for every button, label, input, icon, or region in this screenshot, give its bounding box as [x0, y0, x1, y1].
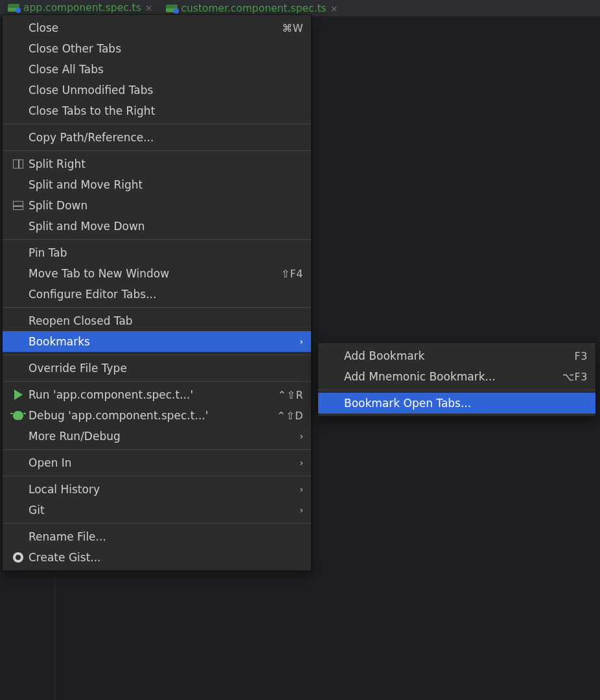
menu-item-label: Reopen Closed Tab — [29, 314, 303, 327]
menu-item-split-move-down[interactable]: Split and Move Down — [3, 216, 311, 237]
tab-label: customer.component.spec.ts — [181, 3, 327, 14]
menu-item-shortcut: ⌘W — [282, 22, 303, 34]
menu-item-shortcut: ⌥F3 — [562, 371, 588, 383]
close-icon[interactable]: × — [330, 4, 338, 13]
tab-context-menu[interactable]: Close⌘WClose Other TabsClose All TabsClo… — [2, 14, 312, 571]
run-icon — [14, 390, 23, 400]
menu-item-label: Local History — [29, 483, 299, 496]
menu-item-label: Copy Path/Reference... — [29, 131, 303, 144]
menu-item-close-all[interactable]: Close All Tabs — [3, 59, 311, 80]
chevron-right-icon: › — [299, 505, 303, 515]
menu-item-label: Split and Move Right — [29, 178, 303, 191]
menu-separator — [3, 150, 311, 151]
menu-separator — [3, 307, 311, 308]
chevron-right-icon: › — [299, 336, 303, 347]
menu-item-label: Add Mnemonic Bookmark... — [344, 370, 562, 383]
menu-item-label: Close Tabs to the Right — [29, 104, 303, 117]
bookmarks-submenu[interactable]: Add BookmarkF3Add Mnemonic Bookmark...⌥F… — [317, 342, 596, 417]
menu-separator — [3, 124, 311, 124]
submenu-item-add-mnemonic[interactable]: Add Mnemonic Bookmark...⌥F3 — [318, 366, 595, 387]
menu-item-split-move-right[interactable]: Split and Move Right — [3, 174, 311, 195]
menu-item-label: Bookmarks — [29, 335, 299, 348]
chevron-right-icon: › — [299, 484, 303, 495]
menu-item-label: Debug 'app.component.spec.t...' — [29, 409, 277, 422]
menu-separator — [3, 476, 311, 476]
menu-item-shortcut: ⌃⇧R — [278, 389, 303, 401]
split-down-icon — [13, 201, 23, 210]
menu-item-label: Bookmark Open Tabs... — [344, 397, 588, 410]
submenu-item-add-bookmark[interactable]: Add BookmarkF3 — [318, 345, 595, 366]
menu-item-label: Split Down — [29, 199, 303, 212]
menu-item-close-right[interactable]: Close Tabs to the Right — [3, 100, 311, 121]
menu-item-configure-tabs[interactable]: Configure Editor Tabs... — [3, 284, 311, 305]
menu-item-reopen[interactable]: Reopen Closed Tab — [3, 310, 311, 331]
menu-item-shortcut: ⌃⇧D — [277, 410, 303, 422]
menu-item-move-new-window[interactable]: Move Tab to New Window⇧F4 — [3, 263, 311, 284]
chevron-right-icon: › — [299, 431, 303, 441]
menu-item-split-right[interactable]: Split Right — [3, 154, 311, 174]
menu-item-pin[interactable]: Pin Tab — [3, 242, 311, 263]
close-icon[interactable]: × — [145, 3, 153, 12]
menu-item-label: Override File Type — [29, 362, 303, 375]
menu-item-label: More Run/Debug — [29, 430, 299, 443]
menu-item-split-down[interactable]: Split Down — [3, 195, 311, 216]
menu-item-label: Add Bookmark — [344, 349, 575, 362]
menu-item-bookmarks[interactable]: Bookmarks› — [3, 331, 311, 352]
menu-item-label: Close Other Tabs — [29, 42, 303, 55]
menu-item-label: Close Unmodified Tabs — [29, 84, 303, 97]
gh-icon — [13, 552, 23, 563]
menu-item-label: Create Gist... — [29, 551, 303, 564]
menu-item-label: Configure Editor Tabs... — [29, 288, 303, 301]
submenu-item-bookmark-open-tabs[interactable]: Bookmark Open Tabs... — [318, 393, 595, 414]
menu-item-close-other[interactable]: Close Other Tabs — [3, 38, 311, 59]
bug-icon — [8, 411, 29, 420]
menu-item-shortcut: ⇧F4 — [281, 268, 303, 280]
menu-item-label: Split and Move Down — [29, 220, 303, 233]
menu-item-more-run[interactable]: More Run/Debug› — [3, 426, 311, 447]
tab-label: app.component.spec.ts — [23, 2, 141, 14]
menu-separator — [3, 381, 311, 382]
split-down-icon — [8, 201, 29, 210]
menu-separator — [3, 355, 311, 355]
menu-item-create-gist[interactable]: Create Gist... — [3, 547, 311, 568]
menu-separator — [318, 390, 595, 390]
menu-item-label: Move Tab to New Window — [29, 267, 281, 280]
menu-item-copy-path[interactable]: Copy Path/Reference... — [3, 127, 311, 148]
split-right-icon — [13, 159, 23, 169]
menu-separator — [3, 239, 311, 240]
split-right-icon — [8, 159, 29, 169]
menu-item-shortcut: F3 — [575, 350, 588, 362]
menu-item-debug[interactable]: Debug 'app.component.spec.t...'⌃⇧D — [3, 405, 311, 426]
menu-item-label: Run 'app.component.spec.t...' — [29, 388, 278, 401]
file-icon — [8, 4, 19, 12]
menu-item-label: Split Right — [29, 158, 303, 170]
run-icon — [8, 390, 29, 400]
menu-item-label: Open In — [29, 456, 299, 469]
file-icon — [166, 5, 178, 12]
menu-item-label: Close All Tabs — [29, 63, 303, 76]
menu-separator — [3, 449, 311, 450]
menu-item-label: Pin Tab — [29, 246, 303, 259]
chevron-right-icon: › — [299, 458, 303, 468]
menu-item-run[interactable]: Run 'app.component.spec.t...'⌃⇧R — [3, 384, 311, 405]
bug-icon — [13, 411, 23, 420]
menu-item-close-unmodified[interactable]: Close Unmodified Tabs — [3, 80, 311, 100]
menu-item-open-in[interactable]: Open In› — [3, 452, 311, 473]
menu-item-rename[interactable]: Rename File... — [3, 526, 311, 547]
menu-item-label: Git — [29, 504, 299, 517]
menu-item-label: Close — [29, 21, 282, 34]
menu-item-local-history[interactable]: Local History› — [3, 479, 311, 500]
menu-item-git[interactable]: Git› — [3, 500, 311, 520]
menu-item-label: Rename File... — [29, 530, 303, 543]
menu-item-close[interactable]: Close⌘W — [3, 18, 311, 38]
menu-item-override-file-type[interactable]: Override File Type — [3, 358, 311, 379]
gh-icon — [8, 552, 29, 563]
menu-separator — [3, 523, 311, 524]
